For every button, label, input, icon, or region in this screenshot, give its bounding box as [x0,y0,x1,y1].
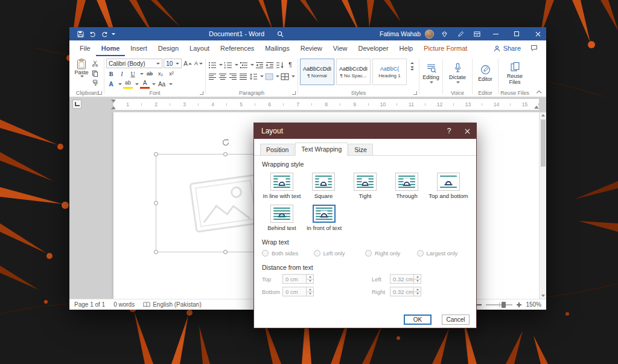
line-spacing-icon[interactable] [249,72,258,81]
tab-developer[interactable]: Developer [352,40,393,56]
copy-icon[interactable] [90,69,100,78]
collapse-ribbon-button[interactable] [537,91,541,94]
wrap-behind-text[interactable]: Behind text [262,205,302,231]
indent-markers[interactable] [111,99,116,110]
dialog-close-button[interactable] [458,123,476,139]
tab-design[interactable]: Design [153,40,184,56]
bold-button[interactable]: B [106,69,116,78]
font-size-select[interactable]: 10 [164,59,182,68]
tab-selector-button[interactable] [72,100,81,109]
zoom-in-button[interactable] [517,302,521,307]
tab-review[interactable]: Review [295,40,328,56]
styles-scroll-up[interactable] [410,62,414,64]
language-indicator[interactable]: English (Pakistan) [143,301,202,308]
maximize-button[interactable] [508,27,525,40]
radio-right-only[interactable]: Right only [365,250,417,257]
styles-scroll-down[interactable] [410,66,414,68]
user-name[interactable]: Fatima Wahab [380,30,421,37]
italic-button[interactable]: I [117,69,127,78]
strikethrough-button[interactable]: ab [145,69,154,78]
scroll-up-arrow[interactable] [541,114,545,117]
tab-picture-format[interactable]: Picture Format [418,40,473,56]
distance-bottom-input[interactable]: 0 cm [282,287,314,296]
dialog-tab-position[interactable]: Position [260,144,295,155]
dialog-tab-size[interactable]: Size [348,144,372,155]
wrap-square[interactable]: Square [304,173,343,199]
reuse-files-button[interactable]: Reuse Files [500,57,529,89]
scrollbar-thumb[interactable] [541,120,546,167]
radio-largest-only[interactable]: Largest only [417,250,469,257]
editing-button[interactable]: Editing [421,57,441,89]
styles-more-button[interactable] [410,71,414,81]
style-normal[interactable]: AaBbCcDdI ¶ Normal [300,59,334,85]
tab-file[interactable]: File [74,40,96,56]
underline-button[interactable]: U [128,69,138,78]
font-color-button[interactable]: A [140,80,150,89]
numbering-icon[interactable] [223,60,233,69]
tab-help[interactable]: Help [394,40,419,56]
justify-icon[interactable] [238,72,248,81]
vertical-scrollbar[interactable] [539,112,546,299]
paste-button[interactable]: Paste [73,57,90,89]
resize-handle-bottom-center[interactable] [223,250,228,254]
right-indent-marker[interactable] [534,106,539,109]
show-formatting-marks-icon[interactable]: ¶ [285,60,295,69]
align-right-icon[interactable] [228,72,238,81]
resize-handle-middle-left[interactable] [154,201,158,205]
font-dialog-launcher[interactable] [200,91,203,95]
align-left-icon[interactable] [208,72,217,81]
borders-icon[interactable] [280,72,290,81]
cancel-button[interactable]: Cancel [442,315,470,325]
user-avatar[interactable] [425,30,434,39]
wrap-in-line-with-text[interactable]: In line with text [262,173,302,199]
increase-indent-icon[interactable] [265,60,275,69]
save-button[interactable] [74,27,86,40]
zoom-level[interactable]: 150% [526,301,541,308]
shading-icon[interactable] [264,72,274,81]
resize-handle-top-left[interactable] [154,152,158,156]
resize-handle-bottom-left[interactable] [154,250,158,254]
ribbon-display-options-icon[interactable] [471,27,483,40]
align-center-icon[interactable] [218,72,228,81]
minimize-button[interactable] [487,27,504,40]
editor-button[interactable]: Editor [474,57,496,89]
distance-top-input[interactable]: 0 cm [282,274,314,284]
dialog-title-bar[interactable]: Layout ? [254,123,476,139]
radio-both-sides[interactable]: Both sides [262,250,314,257]
wrap-tight[interactable]: Tight [345,173,385,199]
draw-pen-icon[interactable] [454,27,467,40]
text-effects-button[interactable]: A [106,80,116,89]
subscript-button[interactable]: x₂ [156,69,165,78]
scroll-down-arrow[interactable] [541,295,545,297]
wrap-through[interactable]: Through [387,173,427,199]
close-button[interactable] [529,27,546,40]
undo-button[interactable] [86,27,98,40]
tab-references[interactable]: References [215,40,260,56]
ok-button[interactable]: OK [404,315,432,325]
paragraph-dialog-launcher[interactable] [292,91,296,95]
zoom-slider-thumb[interactable] [502,302,506,308]
shrink-font-button[interactable]: A [194,59,203,68]
superscript-button[interactable]: x² [167,69,176,78]
highlight-color-button[interactable]: ab [123,80,133,89]
tab-home[interactable]: Home [96,40,126,56]
decrease-indent-icon[interactable] [255,60,264,69]
tab-layout[interactable]: Layout [184,40,215,56]
clipboard-dialog-launcher[interactable] [98,91,102,95]
change-case-button[interactable]: Aa [157,80,167,89]
comments-icon[interactable] [526,40,543,56]
share-button[interactable]: Share [489,40,526,56]
styles-dialog-launcher[interactable] [413,91,417,95]
font-name-select[interactable]: Calibri (Body) [106,59,162,68]
cut-icon[interactable] [90,59,100,68]
dictate-button[interactable]: Dictate [445,57,470,89]
word-count[interactable]: 0 words [113,301,135,308]
radio-left-only[interactable]: Left only [314,250,366,257]
dialog-help-button[interactable]: ? [440,123,458,139]
tab-insert[interactable]: Insert [125,40,153,56]
tab-mailings[interactable]: Mailings [260,40,295,56]
search-icon[interactable] [274,27,286,40]
redo-button[interactable] [98,27,110,40]
zoom-out-button[interactable] [477,304,482,305]
multilevel-list-icon[interactable] [239,60,249,69]
